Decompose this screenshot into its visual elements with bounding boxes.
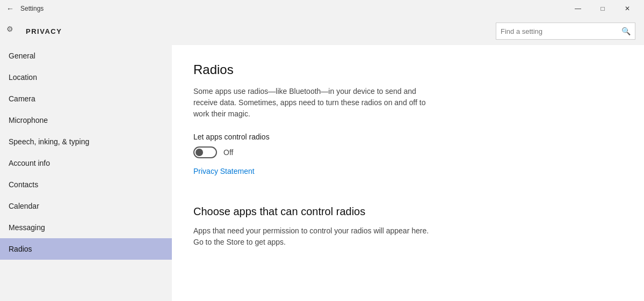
content-area: Radios Some apps use radios—like Bluetoo… <box>172 45 644 301</box>
title-bar: ← Settings — □ ✕ <box>0 0 644 17</box>
maximize-button[interactable]: □ <box>590 0 615 17</box>
sidebar-item-contacts[interactable]: Contacts <box>0 174 172 195</box>
toggle-knob <box>196 149 203 156</box>
radios-toggle[interactable] <box>193 146 217 158</box>
privacy-gear-icon: ⚙ <box>6 25 19 38</box>
window-controls: — □ ✕ <box>566 0 640 17</box>
choose-apps-description: Apps that need your permission to contro… <box>193 225 440 248</box>
page-description: Some apps use radios—like Bluetooth—in y… <box>193 86 440 120</box>
window-title: Settings <box>20 5 44 12</box>
choose-apps-title: Choose apps that can control radios <box>193 205 623 218</box>
search-box: 🔍 <box>496 23 635 40</box>
privacy-statement-link[interactable]: Privacy Statement <box>193 167 255 175</box>
sidebar: GeneralLocationCameraMicrophoneSpeech, i… <box>0 45 172 301</box>
minimize-button[interactable]: — <box>566 0 590 17</box>
sidebar-item-general[interactable]: General <box>0 45 172 67</box>
title-bar-left: ← Settings <box>4 2 44 15</box>
search-input[interactable] <box>501 27 621 35</box>
toggle-label: Let apps control radios <box>193 133 623 141</box>
sidebar-item-location[interactable]: Location <box>0 67 172 88</box>
search-icon[interactable]: 🔍 <box>621 27 631 35</box>
sidebar-item-account-info[interactable]: Account info <box>0 152 172 174</box>
sidebar-item-camera[interactable]: Camera <box>0 88 172 109</box>
main-layout: GeneralLocationCameraMicrophoneSpeech, i… <box>0 45 644 301</box>
sidebar-item-calendar[interactable]: Calendar <box>0 195 172 217</box>
toggle-state-label: Off <box>223 148 233 157</box>
header-left: ⚙ PRIVACY <box>6 25 62 38</box>
header-bar: ⚙ PRIVACY 🔍 <box>0 17 644 45</box>
header-title: PRIVACY <box>26 27 62 35</box>
toggle-row: Off <box>193 146 623 158</box>
sidebar-item-radios[interactable]: Radios <box>0 238 172 260</box>
sidebar-item-microphone[interactable]: Microphone <box>0 109 172 131</box>
sidebar-item-speech[interactable]: Speech, inking, & typing <box>0 131 172 152</box>
close-button[interactable]: ✕ <box>615 0 640 17</box>
back-button[interactable]: ← <box>4 2 16 15</box>
page-title: Radios <box>193 62 623 77</box>
sidebar-item-messaging[interactable]: Messaging <box>0 217 172 238</box>
